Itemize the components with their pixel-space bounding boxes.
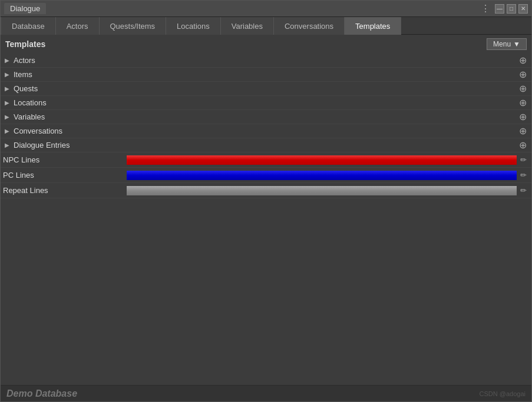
pc-lines-color-swatch[interactable] [127,171,517,180]
credit-label: CSDN @adogai [480,390,526,397]
expand-arrow-icon: ▶ [3,71,11,78]
add-items-button[interactable]: ⊕ [519,70,527,79]
npc-lines-swatch-container [127,155,517,165]
add-dialogue-entries-button[interactable]: ⊕ [519,141,527,150]
tab-templates[interactable]: Templates [345,17,401,35]
menu-arrow-icon: ▼ [513,40,520,48]
expand-arrow-icon: ▶ [3,128,11,134]
tree-item-label: Locations [14,98,47,107]
footer: Demo Database CSDN @adogai [1,385,531,401]
expand-arrow-icon: ▶ [3,114,11,120]
main-window: Dialogue ⋮ — □ ✕ Database Actors Quests/… [0,0,532,402]
add-actor-button[interactable]: ⊕ [519,56,527,65]
repeat-lines-row[interactable]: Repeat Lines ✏ [1,183,531,198]
section-title: Templates [5,39,45,49]
dots-icon[interactable]: ⋮ [481,3,490,14]
npc-lines-edit-button[interactable]: ✏ [520,155,527,164]
pc-lines-row[interactable]: PC Lines ✏ [1,168,531,183]
content-area: Templates Menu ▼ ▶ Actors ⊕ ▶ Items ⊕ [1,35,531,385]
add-quests-button[interactable]: ⊕ [519,84,527,94]
tab-conversations[interactable]: Conversations [274,17,345,35]
titlebar-left: Dialogue [4,3,46,14]
npc-lines-row[interactable]: NPC Lines ✏ [1,152,531,168]
npc-lines-label: NPC Lines [3,155,127,164]
add-conversations-button[interactable]: ⊕ [519,127,527,136]
tree-item-quests[interactable]: ▶ Quests ⊕ [1,82,531,96]
tabbar: Database Actors Quests/Items Locations V… [1,17,531,35]
expand-arrow-icon: ▶ [3,99,11,106]
titlebar-controls: ⋮ — □ ✕ [481,3,528,14]
tab-variables[interactable]: Variables [221,17,274,35]
tree-item-items[interactable]: ▶ Items ⊕ [1,68,531,82]
tree-item-label: Dialogue Entries [14,141,70,149]
tree-item-label: Variables [14,112,45,121]
tree-item-label: Quests [14,84,38,93]
template-tree: ▶ Actors ⊕ ▶ Items ⊕ ▶ Quests ⊕ [1,54,531,152]
section-header: Templates Menu ▼ [1,35,531,54]
tree-item-dialogue-entries[interactable]: ▶ Dialogue Entries ⊕ [1,138,531,152]
maximize-button[interactable]: □ [507,4,516,14]
tab-database[interactable]: Database [1,17,56,35]
tree-item-label: Actors [14,56,35,65]
repeat-lines-color-swatch[interactable] [127,186,517,195]
db-label: Demo Database [6,388,77,399]
titlebar: Dialogue ⋮ — □ ✕ [1,1,531,17]
menu-label: Menu [493,40,511,48]
add-variables-button[interactable]: ⊕ [519,112,527,122]
pc-lines-edit-button[interactable]: ✏ [520,171,527,180]
repeat-lines-label: Repeat Lines [3,186,127,195]
tab-actors[interactable]: Actors [56,17,100,35]
tab-locations[interactable]: Locations [166,17,221,35]
close-button[interactable]: ✕ [518,4,528,14]
tree-item-locations[interactable]: ▶ Locations ⊕ [1,96,531,110]
window-title: Dialogue [4,3,46,14]
tree-item-label: Items [14,70,32,79]
pc-lines-swatch-container [127,170,517,181]
expand-arrow-icon: ▶ [3,142,11,148]
expand-arrow-icon: ▶ [3,57,11,64]
tab-quests-items[interactable]: Quests/Items [100,17,167,35]
add-locations-button[interactable]: ⊕ [519,98,527,108]
tree-item-conversations[interactable]: ▶ Conversations ⊕ [1,124,531,138]
tree-item-actors[interactable]: ▶ Actors ⊕ [1,54,531,68]
pc-lines-label: PC Lines [3,171,127,180]
tree-item-label: Conversations [14,127,62,135]
npc-lines-color-swatch[interactable] [127,155,517,165]
repeat-lines-edit-button[interactable]: ✏ [520,186,527,195]
minimize-button[interactable]: — [495,4,504,14]
menu-button[interactable]: Menu ▼ [487,38,527,50]
tree-item-variables[interactable]: ▶ Variables ⊕ [1,110,531,124]
repeat-lines-swatch-container [127,185,517,196]
expand-arrow-icon: ▶ [3,85,11,92]
